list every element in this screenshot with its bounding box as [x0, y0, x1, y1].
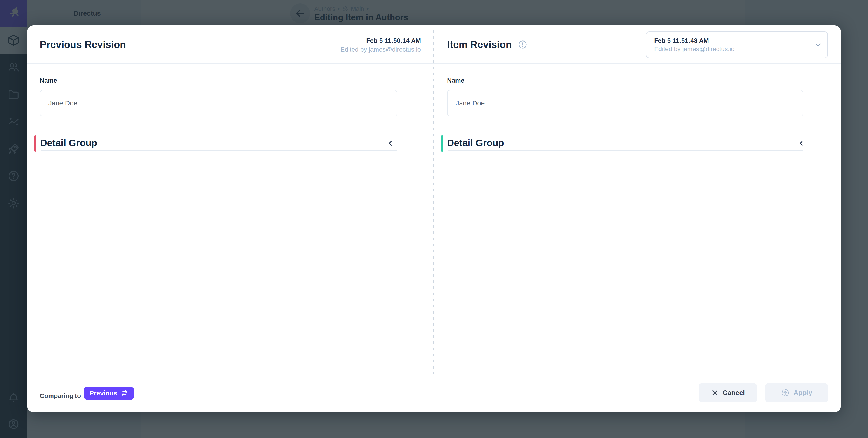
- modal-header-divider: [27, 63, 841, 64]
- previous-revision-timestamp: Feb 5 11:50:14 AM: [230, 36, 421, 45]
- name-field-label: Name: [447, 77, 464, 84]
- info-icon: [518, 39, 528, 50]
- name-field-value: Jane Doe: [456, 99, 485, 107]
- group-accent-bar: [34, 135, 36, 152]
- name-field-value: Jane Doe: [49, 99, 77, 107]
- revision-select[interactable]: Feb 5 11:51:43 AM Edited by james@direct…: [646, 31, 828, 58]
- detail-group-title: Detail Group: [447, 138, 504, 148]
- group-collapse-chevron-icon[interactable]: [796, 137, 807, 149]
- comparing-to-label: Comparing to: [40, 386, 81, 405]
- panel-split-divider: [433, 30, 434, 374]
- previous-revision-edited-by: Edited by james@directus.io: [230, 45, 421, 54]
- revision-select-edited-by: Edited by james@directus.io: [654, 45, 827, 53]
- comparing-badge-label: Previous: [90, 389, 117, 397]
- group-divider: [447, 150, 803, 151]
- group-accent-bar: [441, 135, 443, 152]
- comparing-to-badge[interactable]: Previous: [84, 387, 134, 400]
- name-field-label: Name: [40, 77, 57, 84]
- name-field-input[interactable]: Jane Doe: [40, 90, 397, 116]
- group-collapse-chevron-icon[interactable]: [385, 137, 397, 149]
- previous-revision-meta: Feb 5 11:50:14 AM Edited by james@direct…: [230, 36, 421, 54]
- apply-button[interactable]: Apply: [765, 383, 828, 402]
- apply-button-label: Apply: [794, 389, 812, 397]
- item-revision-title-row: Item Revision: [447, 39, 528, 50]
- swap-arrows-icon: [121, 389, 128, 397]
- select-chevron-down-icon[interactable]: [806, 33, 830, 57]
- modal-footer-divider: [27, 374, 841, 374]
- apply-upload-icon: [781, 388, 790, 397]
- cancel-button[interactable]: Cancel: [699, 383, 757, 402]
- item-revision-title: Item Revision: [447, 39, 512, 50]
- close-icon: [711, 389, 719, 397]
- cancel-button-label: Cancel: [723, 389, 745, 397]
- revision-compare-modal: Previous Revision Feb 5 11:50:14 AM Edit…: [27, 25, 841, 412]
- group-divider: [41, 150, 397, 151]
- previous-revision-title: Previous Revision: [40, 39, 126, 50]
- revision-select-timestamp: Feb 5 11:51:43 AM: [654, 36, 827, 45]
- name-field-input[interactable]: Jane Doe: [447, 90, 803, 116]
- detail-group-title: Detail Group: [40, 138, 97, 148]
